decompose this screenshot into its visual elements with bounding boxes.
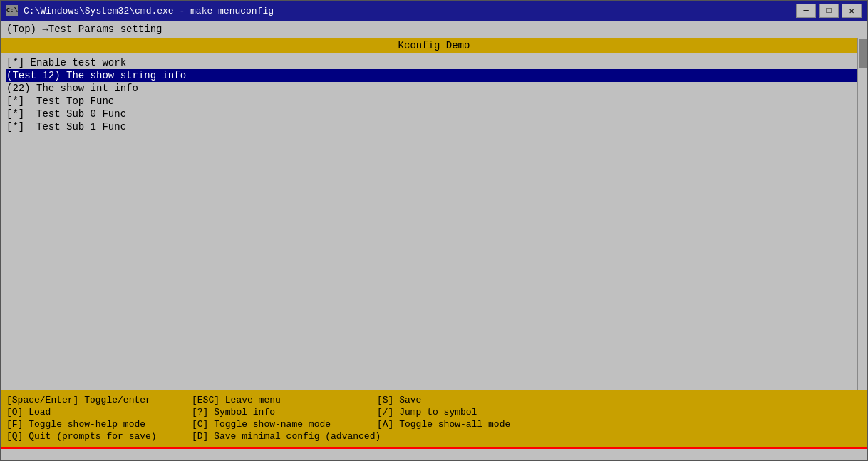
- footer-item[interactable]: [D] Save minimal config (advanced): [192, 431, 381, 442]
- minimize-button[interactable]: ─: [796, 4, 816, 18]
- menu-item[interactable]: (22) The show int info: [6, 82, 862, 95]
- footer-item[interactable]: [ESC] Leave menu: [192, 395, 377, 405]
- footer-item[interactable]: [C] Toggle show-name mode: [192, 419, 377, 430]
- footer-item[interactable]: [O] Load: [6, 407, 192, 418]
- footer-row: [F] Toggle show-help mode[C] Toggle show…: [6, 419, 862, 430]
- menuconfig-footer: [Space/Enter] Toggle/enter[ESC] Leave me…: [1, 390, 867, 447]
- cmd-icon: C:\: [6, 5, 18, 16]
- restore-button[interactable]: □: [819, 4, 839, 18]
- footer-item[interactable]: [F] Toggle show-help mode: [6, 419, 192, 430]
- footer-item[interactable]: [S] Save: [377, 395, 421, 405]
- breadcrumb: (Top) →Test Params setting: [1, 21, 867, 38]
- breadcrumb-text: (Top) →Test Params setting: [6, 24, 162, 35]
- footer-row: [Space/Enter] Toggle/enter[ESC] Leave me…: [6, 395, 862, 405]
- scrollbar[interactable]: [857, 38, 867, 390]
- menu-item[interactable]: [*] Test Top Func: [6, 95, 862, 108]
- footer-row: [Q] Quit (prompts for save)[D] Save mini…: [6, 431, 862, 442]
- footer-item[interactable]: [A] Toggle show-all mode: [377, 419, 510, 430]
- menu-area: [*] Enable test work(Test 12) The show s…: [1, 53, 867, 390]
- footer-item[interactable]: [Space/Enter] Toggle/enter: [6, 395, 192, 405]
- footer-item[interactable]: [Q] Quit (prompts for save): [6, 431, 192, 442]
- header-title: Kconfig Demo: [398, 40, 470, 51]
- window: C:\ C:\Windows\System32\cmd.exe - make m…: [0, 0, 868, 461]
- menu-item[interactable]: [*] Test Sub 0 Func: [6, 108, 862, 120]
- footer-row: [O] Load[?] Symbol info[/] Jump to symbo…: [6, 407, 862, 418]
- terminal: (Top) →Test Params setting Kconfig Demo …: [1, 21, 867, 460]
- content-area: Kconfig Demo [*] Enable test work(Test 1…: [1, 38, 867, 390]
- title-bar-text: C:\Windows\System32\cmd.exe - make menuc…: [24, 6, 274, 16]
- menu-item[interactable]: (Test 12) The show string info: [6, 69, 862, 82]
- close-button[interactable]: ✕: [842, 4, 862, 18]
- menu-item[interactable]: [*] Test Sub 1 Func: [6, 120, 862, 133]
- window-controls: ─ □ ✕: [796, 4, 862, 18]
- menuconfig-header: Kconfig Demo: [1, 38, 867, 53]
- scrollbar-thumb[interactable]: [859, 39, 867, 68]
- bottom-bar: [1, 447, 867, 460]
- footer-item[interactable]: [?] Symbol info: [192, 407, 377, 418]
- title-bar-left: C:\ C:\Windows\System32\cmd.exe - make m…: [6, 5, 274, 16]
- footer-item[interactable]: [/] Jump to symbol: [377, 407, 477, 418]
- menu-item[interactable]: [*] Enable test work: [6, 56, 862, 69]
- title-bar: C:\ C:\Windows\System32\cmd.exe - make m…: [1, 1, 867, 21]
